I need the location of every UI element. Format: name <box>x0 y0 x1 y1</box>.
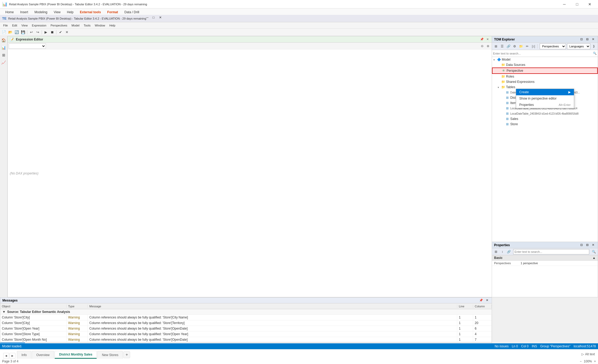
expression-editor-content[interactable]: (No DAX properties) <box>8 50 492 297</box>
tables-toggle[interactable] <box>497 86 501 89</box>
tom-tb-tables[interactable]: ⊞ <box>493 43 499 49</box>
te-menu-edit[interactable]: Edit <box>10 23 19 28</box>
msg-row5-col: 7 <box>473 337 492 342</box>
te-toolbar: 📄 📂 🔄 💾 ↩ ↪ ▶ ⏹ ✔ ✕ <box>0 29 598 36</box>
tree-item-store[interactable]: ⊞ Store <box>492 122 598 127</box>
tom-tb-settings[interactable]: ⚙ <box>512 43 518 49</box>
tree-item-localdatetable2[interactable]: ⊞ LocalDateTable_2403841f-d1ed-4123-bf26… <box>492 111 598 116</box>
msg-pin-btn[interactable]: 📌 <box>478 298 484 303</box>
te-tb-run[interactable]: ▶ <box>43 29 49 35</box>
props-tb-grid[interactable]: ⊞ <box>493 249 499 255</box>
left-icon-chart[interactable]: 📈 <box>1 59 7 66</box>
perspectives-dropdown[interactable]: Perspectives <box>540 43 566 49</box>
table-row[interactable]: Column 'Store'[Open Year] Warning Column… <box>0 326 492 331</box>
pbi-nav-left[interactable]: ◄ <box>3 353 9 359</box>
model-toggle[interactable] <box>493 58 497 61</box>
te-menu-tools[interactable]: Tools <box>82 23 93 28</box>
te-minimize[interactable]: ─ <box>146 16 152 21</box>
tom-restore-btn[interactable]: ⊡ <box>579 37 584 42</box>
ctx-show-perspective[interactable]: Show in perspective editor <box>516 95 574 102</box>
te-menu-file[interactable]: File <box>1 23 10 28</box>
expr-close-btn[interactable]: ✕ <box>486 37 490 41</box>
msg-close-btn[interactable]: ✕ <box>484 298 490 303</box>
te-menu-expression[interactable]: Expression <box>30 23 48 28</box>
te-tb-x[interactable]: ✕ <box>64 29 70 35</box>
te-menu-perspectives[interactable]: Perspectives <box>49 23 69 28</box>
tom-search-input[interactable] <box>493 51 593 56</box>
table-row[interactable]: Column 'Store'[Store Type] Warning Colum… <box>0 331 492 337</box>
messages-title: Messages <box>2 299 17 302</box>
minimize-button[interactable]: ─ <box>558 0 570 8</box>
props-tb-sort[interactable]: ↕ <box>499 249 505 255</box>
te-menu-view[interactable]: View <box>19 23 30 28</box>
tree-item-perspective[interactable]: 👁 Perspective <box>492 68 598 74</box>
props-search-icon[interactable]: 🔍 <box>591 249 597 255</box>
te-tb-check[interactable]: ✔ <box>58 29 63 35</box>
alt-text-panel[interactable]: ▷ Alt text <box>578 349 598 359</box>
tom-header-controls: ⊡ ⊟ ✕ <box>579 37 596 42</box>
te-tb-save[interactable]: 💾 <box>20 29 26 35</box>
tom-tb-list[interactable]: ☰ <box>499 43 505 49</box>
expr-object-select[interactable] <box>9 43 46 49</box>
left-icon-explorer[interactable]: 🏠 <box>1 37 7 43</box>
tom-tb-folder[interactable]: 📁 <box>518 43 524 49</box>
tom-tb-columns[interactable]: |↕| <box>531 43 537 49</box>
maximize-button[interactable]: □ <box>571 0 583 8</box>
te-menu-model[interactable]: Model <box>69 23 82 28</box>
table-row[interactable]: Column 'Store'[City] Warning Column refe… <box>0 315 492 320</box>
tom-tb-edit[interactable]: ✏ <box>524 43 530 49</box>
te-tb-stop[interactable]: ⏹ <box>49 29 55 35</box>
tom-search-icon[interactable]: 🔍 <box>593 52 597 55</box>
msg-section-toggle[interactable]: ▼ <box>2 310 6 314</box>
pbi-zoom-in-icon[interactable]: + <box>594 359 596 363</box>
props-close-btn[interactable]: ✕ <box>590 242 596 248</box>
tom-float-btn[interactable]: ⊟ <box>584 37 590 42</box>
expr-pin-btn[interactable]: 📌 <box>479 37 485 41</box>
props-float-btn[interactable]: ⊟ <box>584 242 590 248</box>
status-model-loaded: Model loaded. <box>2 344 22 348</box>
languages-dropdown[interactable]: Languages <box>567 43 591 49</box>
pbi-tab-district-monthly-sales[interactable]: District Monthly Sales <box>55 351 97 359</box>
pbi-tab-overview[interactable]: Overview <box>32 351 54 359</box>
pbi-nav-right[interactable]: ► <box>10 353 15 359</box>
ctx-create[interactable]: Create ▶ <box>516 89 574 95</box>
te-tb-refresh[interactable]: 🔄 <box>14 29 20 35</box>
te-menu-window[interactable]: Window <box>93 23 107 28</box>
pbi-tab-info[interactable]: Info <box>17 351 31 359</box>
ctx-properties[interactable]: Properties Alt+Enter <box>516 102 574 108</box>
close-button[interactable]: ✕ <box>584 0 596 8</box>
left-icon-grid[interactable]: ⊞ <box>1 52 7 58</box>
tree-item-roles[interactable]: 📁 Roles <box>492 74 598 79</box>
te-tb-new[interactable]: 📄 <box>1 29 7 35</box>
datasources-label: Data Sources <box>506 63 525 67</box>
tree-item-sales[interactable]: ⊞ Sales <box>492 116 598 122</box>
expr-nav-next[interactable]: ⊕ <box>485 43 491 49</box>
pbi-add-tab-button[interactable]: + <box>123 351 130 358</box>
expr-nav-prev[interactable]: ⊖ <box>480 43 485 49</box>
props-tb-link[interactable]: 🔗 <box>506 249 512 255</box>
expr-placeholder-text: (No DAX properties) <box>10 172 38 175</box>
messages-panel: Messages 📌 ✕ Object Type Message Line Co… <box>0 297 492 349</box>
pbi-tab-new-stores[interactable]: New Stores <box>97 351 123 359</box>
left-icon-table[interactable]: 📊 <box>1 44 7 51</box>
te-tb-open[interactable]: 📂 <box>7 29 13 35</box>
props-restore-btn[interactable]: ⊡ <box>579 242 584 248</box>
tree-item-shared[interactable]: 📁 Shared Expressions <box>492 79 598 84</box>
tree-item-model[interactable]: 🔷 Model <box>492 57 598 62</box>
pbi-zoom-out-icon[interactable]: − <box>580 359 582 363</box>
props-search-input[interactable] <box>513 249 589 254</box>
messages-header: Messages 📌 ✕ <box>0 298 492 303</box>
te-close[interactable]: ✕ <box>159 16 165 21</box>
status-ln: Ln 0 <box>512 344 518 348</box>
te-maximize[interactable]: □ <box>153 16 159 21</box>
table-row[interactable]: Column 'Store'[Open Month No] Warning Co… <box>0 337 492 342</box>
tom-tb-hierarchy[interactable]: 🔗 <box>505 43 511 49</box>
tree-item-datasources[interactable]: 📁 Data Sources <box>492 62 598 68</box>
te-menu-help[interactable]: Help <box>107 23 118 28</box>
te-tb-redo[interactable]: ↪ <box>35 29 41 35</box>
tom-tb-expand[interactable]: ⟫ <box>591 43 597 49</box>
te-tb-undo[interactable]: ↩ <box>28 29 34 35</box>
expression-editor-toolbar: ⊖ ⊕ <box>8 43 492 50</box>
tom-close-btn[interactable]: ✕ <box>590 37 596 42</box>
table-row[interactable]: Column 'Store'[City] Warning Column refe… <box>0 320 492 326</box>
